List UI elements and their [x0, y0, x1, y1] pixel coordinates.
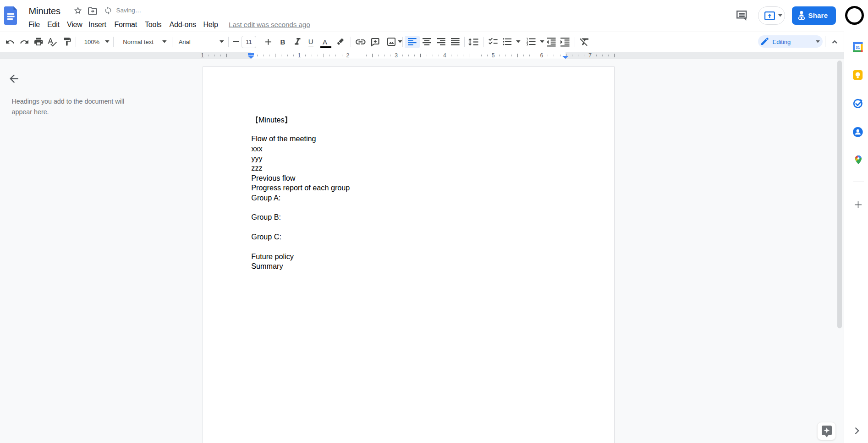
svg-text:31: 31	[856, 45, 860, 50]
